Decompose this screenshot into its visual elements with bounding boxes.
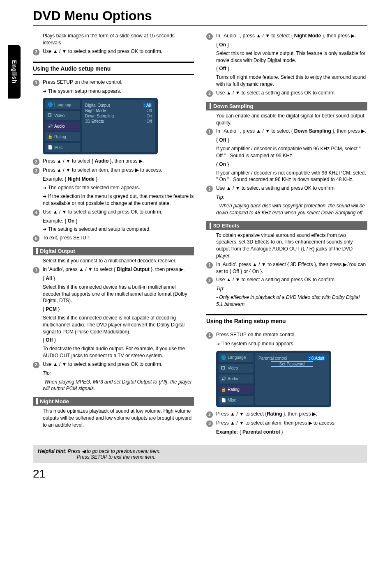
audio-step-4: Use ▲ / ▼ to select a setting and press …: [43, 209, 194, 216]
right-column: 1In ' Audio ' , press ▲ / ▼ to select { …: [206, 32, 367, 437]
night-mode-heading: Night Mode: [33, 397, 194, 406]
page-icon: [48, 145, 53, 150]
intro-text-1: Plays back images in the form of a slide…: [33, 32, 194, 46]
audio-step-1a: The system setup menu appears.: [33, 88, 194, 95]
ds-on-text: If your amplifier / decoder is not compa…: [206, 170, 367, 184]
down-sampling-intro: You can enable and disable the digital s…: [206, 113, 367, 126]
night-mode-text: This mode optimizes playback of sound at…: [33, 408, 194, 428]
nm-off-text: Turns off night mode feature. Select thi…: [206, 74, 367, 88]
menu-tab-video: Video: [219, 364, 254, 373]
page-title: DVD Menu Options: [33, 8, 367, 23]
audio-menu-screenshot: Language Video Audio Rating Misc Digital…: [43, 98, 158, 154]
step-num-icon: 1: [206, 262, 213, 269]
step-num-icon: 1: [33, 267, 39, 273]
step-num-icon: 4: [33, 209, 39, 216]
opt-off: { Off }: [33, 337, 194, 344]
menu-tab-language: Language: [45, 100, 80, 109]
ds-step-1: In ' Audio ' , press ▲ / ▼ to select { D…: [216, 128, 367, 135]
example-2: Example: { On }: [33, 218, 194, 225]
nm-off: { Off }: [206, 65, 367, 72]
3d-effects-heading: 3D Effects: [206, 221, 367, 230]
page-icon: [221, 398, 226, 403]
digital-step-2: Use ▲ / ▼ to select a setting and press …: [43, 361, 194, 368]
menu-tab-audio: Audio: [219, 374, 254, 384]
opt-off-text: To deactivate the digital audio output. …: [33, 345, 194, 359]
ds-on: { On }: [206, 161, 367, 168]
video-icon: [221, 366, 226, 371]
step-num-icon: 2: [206, 186, 213, 192]
3d-step-2: Use ▲ / ▼ to select a setting and press …: [216, 276, 367, 284]
nm-on-text: Select this to set low volume output. Th…: [206, 50, 367, 64]
3d-intro: To obtain expansive virtual surround sou…: [206, 232, 367, 260]
ds-off-text: If your amplifier / decoder is compatibl…: [206, 145, 367, 159]
footer-hint: Helpful hint: Press ◀ to go back to prev…: [33, 445, 367, 463]
tip3-label: Tip:: [206, 285, 367, 292]
audio-step-1: 1 Press SETUP on the remote control.: [33, 79, 194, 86]
down-sampling-heading: Down Sampling: [206, 102, 367, 110]
tip2-text: - When playing back disc with copyright …: [206, 202, 367, 216]
menu-tab-misc: Misc: [219, 396, 254, 405]
menu-row: Night Mode: Off: [85, 108, 152, 113]
audio-step-5: To exit, press SETUP.: [43, 234, 194, 242]
audio-step-2: Press ▲ / ▼ to select { Audio }, then pr…: [43, 158, 194, 165]
rating-example: Example: { Parental control }: [206, 429, 367, 436]
lock-icon: [221, 387, 226, 392]
step-num-icon: 3: [206, 420, 213, 427]
audio-setup-heading: Using the Audio setup menu: [33, 62, 194, 75]
ds-off: { Off }: [206, 137, 367, 144]
menu-tab-rating: Rating: [219, 385, 254, 394]
step-num-icon: 2: [33, 362, 39, 368]
rating-menu-screenshot: Language Video Audio Rating Misc Parenta…: [216, 351, 331, 407]
opt-pcm: { PCM }: [33, 306, 194, 313]
nm-on: { On }: [206, 41, 367, 48]
ds-step-2: Use ▲ / ▼ to select a setting and press …: [216, 185, 367, 192]
tip3-text: - Only effective in playback of a DVD Vi…: [206, 294, 367, 308]
menu-row: 3D Effects: Off: [85, 119, 152, 124]
setting-note: The setting is selected and setup is com…: [33, 226, 194, 233]
menu-row: Set Password: [258, 361, 325, 367]
left-column: Plays back images in the form of a slide…: [33, 32, 194, 437]
speaker-icon: [48, 124, 53, 129]
footer-text-1: : Press ◀ to go back to previous menu it…: [65, 448, 161, 454]
globe-icon: [48, 102, 53, 107]
step-num-icon: 2: [206, 90, 213, 97]
night-step-1: In ' Audio ' , press ▲ / ▼ to select { N…: [216, 32, 367, 40]
rating-step-1a: The system setup menu appears.: [206, 340, 367, 347]
night-step-2: Use ▲ / ▼ to select a setting and press …: [216, 90, 367, 97]
audio-step-3: Press ▲ / ▼ to select an item, then pres…: [43, 167, 194, 174]
step-num-icon: 1: [206, 129, 213, 135]
side-tab-label: English: [11, 60, 18, 84]
rating-step-1: Press SETUP on the remote control.: [216, 331, 367, 339]
title-rule: [33, 25, 367, 26]
step-num-icon: 1: [33, 80, 39, 86]
menu-row: Parental control: 8.Adult: [258, 356, 325, 361]
audio-step-1-text: Press SETUP on the remote control.: [43, 79, 194, 86]
step-num-icon: 1: [206, 33, 213, 40]
menu-row: Digital Output: All: [85, 103, 152, 108]
intro-text-2: Use ▲ / ▼ to select a setting and press …: [43, 48, 194, 55]
digital-output-heading: Digital Output: [33, 247, 194, 255]
footer-text-2: Press SETUP to exit the menu item.: [38, 454, 156, 460]
opt-all: { All }: [33, 275, 194, 282]
menu-tab-language: Language: [219, 353, 254, 362]
example-1: Example: { Night Mode }: [33, 176, 194, 183]
video-icon: [48, 113, 53, 118]
rating-step-3: Press ▲ / ▼ to select an item, then pres…: [216, 420, 367, 427]
option-note-1: The options for the selected item appear…: [33, 184, 194, 191]
option-note-2: If the selection in the menu is greyed o…: [33, 193, 194, 207]
opt-pcm-text: Select this if the connected device is n…: [33, 315, 194, 335]
tip2-label: Tip:: [206, 194, 367, 201]
speaker-icon: [221, 377, 226, 381]
digital-step-1: In 'Audio', press ▲ / ▼ to select { Digi…: [43, 266, 194, 273]
tip-text: -When playing MPEG, MP3 and set Digital …: [33, 379, 194, 393]
globe-icon: [221, 355, 226, 360]
step-num-icon: 2: [33, 158, 39, 165]
rating-setup-heading: Using the Rating setup menu: [206, 314, 367, 327]
footer-label: Helpful hint: [38, 448, 65, 454]
lock-icon: [48, 134, 53, 139]
step-num-icon: 2: [33, 49, 39, 55]
rating-step-2: Press ▲ / ▼ to select {Rating }, then pr…: [216, 411, 367, 418]
digital-intro: Select this if you connect to a multicha…: [33, 257, 194, 264]
step-num-icon: 2: [206, 277, 213, 284]
menu-tab-audio: Audio: [45, 122, 80, 131]
